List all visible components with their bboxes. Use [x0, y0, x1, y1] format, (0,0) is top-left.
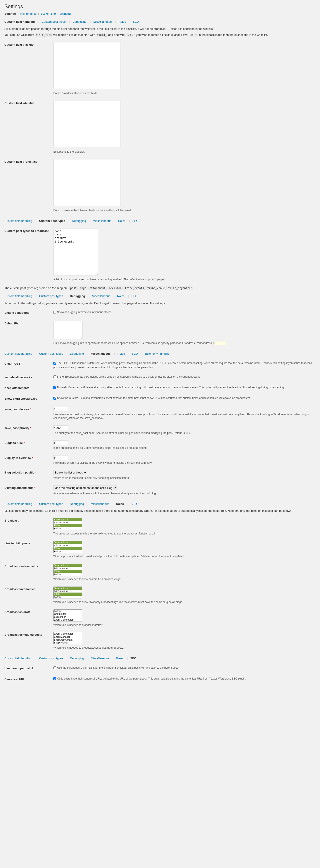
section-nav: Custom field handling| Custom post types… — [4, 20, 316, 24]
nav-dbg[interactable]: Debugging — [72, 20, 86, 23]
debug-ips-desc: Only show debugging info to specific IP … — [53, 341, 313, 345]
blacklist-input[interactable] — [53, 42, 120, 89]
permalink-checkbox[interactable] — [53, 666, 56, 669]
whitelist-label: Custom field whitelist — [4, 98, 51, 156]
debug-note: According to the settings below, you are… — [4, 301, 316, 306]
tab-uninstall[interactable]: Uninstall — [60, 12, 71, 16]
whitelist-input[interactable] — [53, 100, 120, 148]
sched-role-select[interactable]: Event ContributorShop ManagerShop Accoun… — [53, 632, 82, 644]
priority-input[interactable] — [53, 426, 68, 430]
decoys-input[interactable] — [53, 407, 68, 411]
cpt-input[interactable]: post page product tribe_events — [53, 228, 98, 276]
tab-systeminfo[interactable]: System info — [41, 12, 56, 16]
keep-attachments-checkbox[interactable] — [53, 386, 56, 389]
whitelist-desc: Exceptions to the blacklist. — [53, 150, 313, 154]
nav-cfh[interactable]: Custom field handling — [4, 20, 35, 23]
nav-misc[interactable]: Miscellaneous — [93, 20, 112, 23]
cfh-intro: All custom fields are passed through the… — [4, 27, 316, 31]
top-tabs: Settings | Maintenance | System info | U… — [4, 12, 316, 16]
nav-cpt[interactable]: Custom post types — [42, 20, 66, 23]
protectlist-input[interactable] — [53, 159, 120, 206]
position-select[interactable]: Below the list of blogs — [53, 470, 87, 475]
canonical-checkbox[interactable] — [53, 677, 56, 680]
broadcast-role-select[interactable]: Super adminAdministratorEditorAuthor — [53, 518, 82, 530]
extra-checkboxes-checkbox[interactable] — [53, 397, 56, 400]
link-role-select[interactable]: Super adminAdministratorEditorAuthor — [53, 541, 82, 553]
section-nav: Custom field handling| Custom post types… — [4, 656, 316, 660]
cf-role-select[interactable]: Super adminAdministratorEditorAuthor — [53, 564, 82, 576]
enable-debug-label: Enable debugging — [4, 308, 51, 318]
cfh-wildcards: You can use wildcards: field_*123 will m… — [4, 33, 316, 37]
tab-settings[interactable]: Settings — [4, 12, 16, 16]
existing-select[interactable]: Use the existing attachment on the child… — [53, 485, 117, 490]
debug-ips-label: Debug IPs — [4, 318, 51, 348]
clear-post-checkbox[interactable] — [53, 362, 56, 365]
draft-role-select[interactable]: AuthorContributorSubscriberEvent Contrib… — [53, 610, 82, 622]
protectlist-label: Custom field protectlist — [4, 156, 51, 215]
section-nav: Custom field handling| Custom post types… — [4, 219, 316, 223]
cpt-desc: A list of custom post types that have br… — [53, 278, 313, 281]
enable-debug-checkbox[interactable] — [53, 311, 56, 314]
section-nav: Custom field handling| Custom post types… — [4, 294, 316, 298]
nav-roles[interactable]: Roles — [118, 20, 126, 23]
cpt-label: Custom post types to broadcast — [4, 226, 51, 284]
section-nav: Custom field handling| Custom post types… — [4, 502, 316, 506]
page-title: Settings — [0, 0, 320, 8]
blacklist-desc: Do not broadcast these custom fields. — [53, 91, 313, 95]
protectlist-desc: Do not overwrite the following fields on… — [53, 209, 313, 212]
section-nav: Custom field handling| Custom post types… — [4, 352, 316, 356]
include-networks-checkbox[interactable] — [53, 375, 56, 378]
tax-role-select[interactable]: Super adminAdministratorEditorAuthor — [53, 587, 82, 599]
blacklist-label: Custom field blacklist — [4, 39, 51, 98]
cpt-registered: The custom post types registered on this… — [4, 286, 316, 290]
blogs-hide-input[interactable] — [53, 440, 68, 445]
overview-input[interactable] — [53, 455, 68, 460]
debug-ips-input[interactable] — [53, 321, 83, 339]
nav-seo[interactable]: SEO — [133, 20, 139, 23]
tab-maintenance[interactable]: Maintenance — [20, 12, 36, 16]
